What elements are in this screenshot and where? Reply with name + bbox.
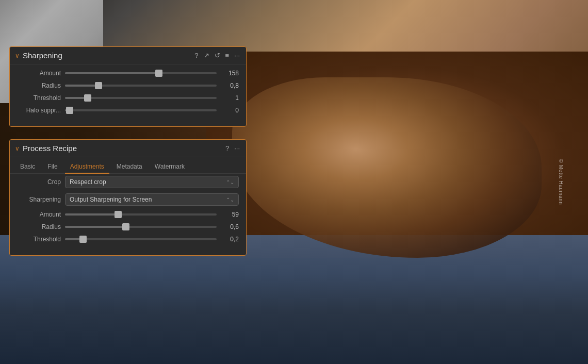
pr-radius-label: Radius <box>17 223 61 230</box>
pr-threshold-track[interactable] <box>65 238 217 240</box>
threshold-track[interactable] <box>65 97 217 99</box>
threshold-thumb[interactable] <box>84 94 91 102</box>
crop-label: Crop <box>17 178 61 186</box>
threshold-label: Threshold <box>17 94 61 102</box>
radius-value: 0,8 <box>221 82 239 89</box>
pr-radius-slider-row: Radius 0,6 <box>17 223 239 230</box>
sharpening-dropdown-value: Output Sharpening for Screen <box>70 196 152 203</box>
amount-slider-row: Amount 158 <box>17 70 239 77</box>
threshold-slider-row: Threshold 1 <box>17 94 239 102</box>
pr-amount-slider-row: Amount 59 <box>17 211 239 218</box>
radius-thumb[interactable] <box>95 82 102 89</box>
tab-metadata[interactable]: Metadata <box>111 160 148 174</box>
sharpening-collapse-icon[interactable]: ∨ <box>15 52 20 59</box>
sharpening-dropdown-row: Sharpening Output Sharpening for Screen … <box>17 193 239 206</box>
process-more-icon[interactable]: ··· <box>233 144 241 152</box>
pr-threshold-thumb[interactable] <box>79 236 87 243</box>
tab-file[interactable]: File <box>42 160 62 174</box>
sharpening-dropdown[interactable]: Output Sharpening for Screen ⌃⌄ <box>65 193 239 206</box>
halo-thumb[interactable] <box>66 107 73 114</box>
pr-radius-value: 0,6 <box>221 223 239 230</box>
sharpening-panel-title: Sharpening <box>23 51 190 60</box>
amount-fill <box>65 72 159 74</box>
process-tab-bar: Basic File Adjustments Metadata Watermar… <box>10 157 246 174</box>
pr-amount-value: 59 <box>221 211 239 218</box>
sharpening-panel-header: ∨ Sharpening ? ↗ ↺ ≡ ··· <box>10 47 246 64</box>
sharpening-dropdown-label: Sharpening <box>17 196 61 203</box>
sharpening-chevron-icon: ⌃⌄ <box>226 197 234 203</box>
halo-value: 0 <box>221 107 239 114</box>
crop-value: Respect crop <box>70 178 106 186</box>
pr-radius-track[interactable] <box>65 226 217 228</box>
threshold-value: 1 <box>221 94 239 102</box>
pr-threshold-value: 0,2 <box>221 236 239 243</box>
pr-amount-fill <box>65 213 118 216</box>
crop-row: Crop Respect crop ⌃⌄ <box>17 176 239 188</box>
amount-track[interactable] <box>65 72 217 74</box>
tab-basic[interactable]: Basic <box>15 160 40 174</box>
process-panel-header: ∨ Process Recipe ? ··· <box>10 140 246 157</box>
tab-watermark[interactable]: Watermark <box>150 160 190 174</box>
sharpening-panel-body: Amount 158 Radius 0,8 Threshold 1 <box>10 64 246 126</box>
radius-slider-row: Radius 0,8 <box>17 82 239 89</box>
pr-amount-label: Amount <box>17 211 61 218</box>
sharpening-more-icon[interactable]: ··· <box>233 52 241 59</box>
process-panel-body: Crop Respect crop ⌃⌄ Sharpening Output S… <box>10 174 246 255</box>
process-recipe-panel: ∨ Process Recipe ? ··· Basic File Adjust… <box>9 139 247 256</box>
radius-track[interactable] <box>65 85 217 87</box>
pr-amount-thumb[interactable] <box>115 211 122 218</box>
halo-track[interactable] <box>65 109 217 111</box>
radius-fill <box>65 85 99 87</box>
pr-radius-fill <box>65 226 126 228</box>
sharpening-help-icon[interactable]: ? <box>193 52 199 59</box>
process-collapse-icon[interactable]: ∨ <box>15 145 20 152</box>
radius-label: Radius <box>17 82 61 89</box>
copyright-text: © Mette Haumann <box>558 159 564 205</box>
pr-amount-track[interactable] <box>65 213 217 216</box>
tab-adjustments[interactable]: Adjustments <box>65 160 109 174</box>
sharpening-menu-icon[interactable]: ≡ <box>224 52 231 59</box>
pr-radius-thumb[interactable] <box>122 223 129 230</box>
amount-thumb[interactable] <box>155 70 162 77</box>
amount-label: Amount <box>17 70 61 77</box>
amount-value: 158 <box>221 70 239 77</box>
process-help-icon[interactable]: ? <box>224 144 230 152</box>
sharpening-panel: ∨ Sharpening ? ↗ ↺ ≡ ··· Amount 158 Radi… <box>9 46 247 127</box>
sharpening-reset-icon[interactable]: ↺ <box>214 52 221 59</box>
crop-dropdown[interactable]: Respect crop ⌃⌄ <box>65 176 239 188</box>
halo-slider-row: Halo suppr... 0 <box>17 107 239 114</box>
halo-label: Halo suppr... <box>17 107 61 114</box>
pr-threshold-slider-row: Threshold 0,2 <box>17 236 239 243</box>
sharpening-export-icon[interactable]: ↗ <box>203 52 210 59</box>
crop-chevron-icon: ⌃⌄ <box>226 179 234 185</box>
process-panel-title: Process Recipe <box>23 144 221 153</box>
pr-threshold-label: Threshold <box>17 236 61 243</box>
